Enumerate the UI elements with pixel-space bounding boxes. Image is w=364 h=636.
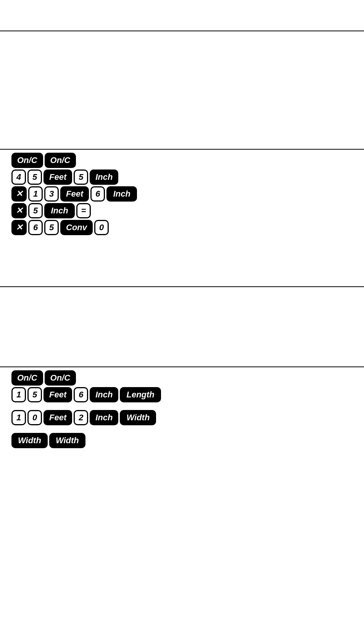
section-2: On/C On/C 1 5 Feet 6 Inch Length 1 0 Fee… xyxy=(11,370,161,450)
s2-key-feet-1[interactable]: Feet xyxy=(43,387,72,402)
s2-key-onc-2[interactable]: On/C xyxy=(45,370,76,386)
divider-2 xyxy=(0,149,364,150)
key-4[interactable]: 4 xyxy=(11,169,26,185)
key-5a[interactable]: 5 xyxy=(27,169,42,185)
s2-key-1b[interactable]: 1 xyxy=(11,410,26,425)
row-3: ✕ 1 3 Feet 6 Inch xyxy=(11,186,137,202)
s2-key-feet-2[interactable]: Feet xyxy=(43,410,72,425)
key-x-1[interactable]: ✕ xyxy=(11,186,27,202)
key-6b[interactable]: 6 xyxy=(28,220,43,235)
s2-key-inch-2[interactable]: Inch xyxy=(90,410,118,425)
row-2: 4 5 Feet 5 Inch xyxy=(11,169,137,185)
key-feet-2[interactable]: Feet xyxy=(60,186,89,202)
row-5: ✕ 6 5 Conv 0 xyxy=(11,220,137,235)
s2-row-3: 1 0 Feet 2 Inch Width xyxy=(11,410,161,425)
key-x-3[interactable]: ✕ xyxy=(11,220,27,235)
spacer-1 xyxy=(11,404,161,410)
key-onc-1[interactable]: On/C xyxy=(11,153,43,168)
s2-row-4: Width Width xyxy=(11,433,161,448)
row-1: On/C On/C xyxy=(11,153,137,168)
key-5c[interactable]: 5 xyxy=(28,203,43,218)
key-x-2[interactable]: ✕ xyxy=(11,203,27,218)
s2-key-width-2[interactable]: Width xyxy=(11,433,48,448)
spacer-2 xyxy=(11,427,161,433)
s2-key-6[interactable]: 6 xyxy=(74,387,88,402)
key-5b[interactable]: 5 xyxy=(74,169,88,185)
key-inch-2[interactable]: Inch xyxy=(106,186,137,202)
s2-key-width-1[interactable]: Width xyxy=(120,410,156,425)
key-3[interactable]: 3 xyxy=(44,186,59,202)
key-6a[interactable]: 6 xyxy=(90,186,105,202)
key-inch-1[interactable]: Inch xyxy=(90,169,118,185)
s2-row-1: On/C On/C xyxy=(11,370,161,386)
s2-row-2: 1 5 Feet 6 Inch Length xyxy=(11,387,161,402)
key-conv[interactable]: Conv xyxy=(60,220,93,235)
s2-key-0[interactable]: 0 xyxy=(27,410,42,425)
s2-key-1a[interactable]: 1 xyxy=(11,387,26,402)
key-0[interactable]: 0 xyxy=(94,220,109,235)
divider-3 xyxy=(0,286,364,287)
key-feet-1[interactable]: Feet xyxy=(43,169,72,185)
s2-key-width-3[interactable]: Width xyxy=(49,433,85,448)
key-inch-3[interactable]: Inch xyxy=(44,203,75,218)
s2-key-inch-1[interactable]: Inch xyxy=(90,387,118,402)
row-4: ✕ 5 Inch = xyxy=(11,203,137,218)
key-1a[interactable]: 1 xyxy=(28,186,43,202)
key-equals[interactable]: = xyxy=(76,203,91,218)
section-1: On/C On/C 4 5 Feet 5 Inch ✕ 1 3 Feet 6 I… xyxy=(11,153,137,237)
divider-1 xyxy=(0,31,364,31)
s2-key-2[interactable]: 2 xyxy=(74,410,88,425)
s2-key-length[interactable]: Length xyxy=(120,387,161,402)
key-onc-2[interactable]: On/C xyxy=(45,153,76,168)
divider-4 xyxy=(0,366,364,367)
s2-key-onc-1[interactable]: On/C xyxy=(11,370,43,386)
key-5d[interactable]: 5 xyxy=(44,220,59,235)
s2-key-5a[interactable]: 5 xyxy=(27,387,42,402)
